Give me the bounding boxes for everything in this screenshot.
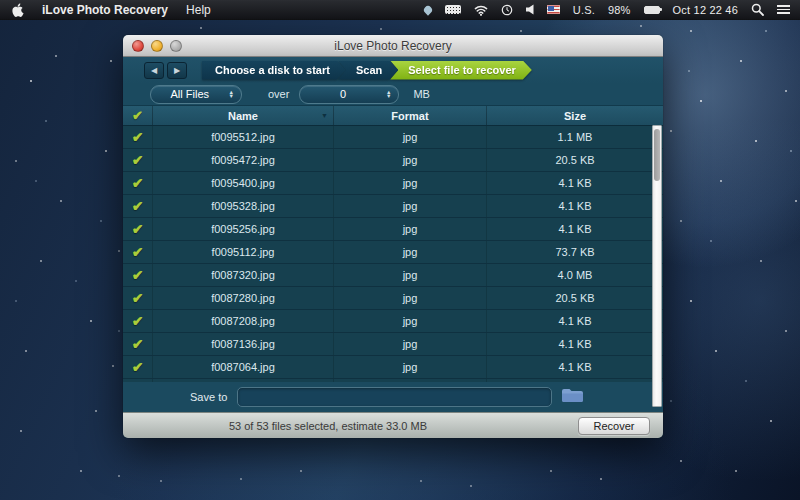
- save-to-label: Save to: [190, 391, 227, 403]
- file-name: f0095400.jpg: [153, 172, 334, 194]
- folder-icon: [561, 387, 584, 407]
- notification-center-icon[interactable]: [777, 5, 790, 14]
- file-name: f0095328.jpg: [153, 195, 334, 217]
- check-icon: ✔: [132, 198, 144, 214]
- check-icon: ✔: [132, 313, 144, 329]
- table-row[interactable]: ✔ f0095472.jpg jpg 20.5 KB: [123, 149, 663, 172]
- row-checkbox[interactable]: ✔: [123, 126, 153, 148]
- table-header: ✔ Name ▼ Format Size: [123, 105, 663, 126]
- row-checkbox[interactable]: ✔: [123, 379, 153, 382]
- row-checkbox[interactable]: ✔: [123, 264, 153, 286]
- table-row[interactable]: ✔ f0095112.jpg jpg 73.7 KB: [123, 241, 663, 264]
- file-size: [487, 379, 663, 382]
- row-checkbox[interactable]: ✔: [123, 195, 153, 217]
- file-type-popup[interactable]: All Files ▲▼: [150, 85, 242, 104]
- file-format: [334, 379, 487, 382]
- input-source-label[interactable]: U.S.: [573, 4, 595, 16]
- file-name: f0095472.jpg: [153, 149, 334, 171]
- file-format: jpg: [334, 287, 487, 309]
- file-name: f0095512.jpg: [153, 126, 334, 148]
- status-bar: 53 of 53 files selected, estimate 33.0 M…: [123, 412, 663, 438]
- popup-arrows-icon: ▲▼: [229, 90, 241, 99]
- file-size: 1.1 MB: [487, 126, 663, 148]
- select-all-checkbox[interactable]: ✔: [123, 106, 153, 125]
- selection-summary: 53 of 53 files selected, estimate 33.0 M…: [123, 420, 533, 432]
- recover-button[interactable]: Recover: [578, 417, 650, 435]
- table-row[interactable]: ✔ f0087136.jpg jpg 4.1 KB: [123, 333, 663, 356]
- row-checkbox[interactable]: ✔: [123, 172, 153, 194]
- spotlight-icon[interactable]: [751, 3, 764, 16]
- step-select-file[interactable]: Select file to recover: [390, 61, 532, 80]
- stepper-arrows-icon: ▲▼: [386, 90, 398, 99]
- row-checkbox[interactable]: ✔: [123, 149, 153, 171]
- step-choose-disk[interactable]: Choose a disk to start: [202, 61, 346, 80]
- battery-icon[interactable]: [644, 6, 660, 14]
- file-type-value: All Files: [151, 88, 229, 100]
- row-checkbox[interactable]: ✔: [123, 333, 153, 355]
- column-header-format[interactable]: Format: [334, 106, 487, 125]
- row-checkbox[interactable]: ✔: [123, 310, 153, 332]
- save-path-input[interactable]: [237, 387, 552, 407]
- file-size: 4.1 KB: [487, 172, 663, 194]
- back-button[interactable]: ◀: [144, 62, 164, 79]
- file-name: f0087064.jpg: [153, 356, 334, 378]
- file-size: 4.0 MB: [487, 264, 663, 286]
- file-name: f0087208.jpg: [153, 310, 334, 332]
- table-row[interactable]: ✔ f0095400.jpg jpg 4.1 KB: [123, 172, 663, 195]
- table-row-partial[interactable]: ✔: [123, 379, 663, 382]
- menu-app-name[interactable]: iLove Photo Recovery: [42, 3, 168, 17]
- column-header-size[interactable]: Size: [487, 106, 663, 125]
- scrollbar-thumb[interactable]: [654, 129, 660, 181]
- table-row[interactable]: ✔ f0095328.jpg jpg 4.1 KB: [123, 195, 663, 218]
- file-name: f0095112.jpg: [153, 241, 334, 263]
- file-format: jpg: [334, 264, 487, 286]
- file-size: 4.1 KB: [487, 310, 663, 332]
- row-checkbox[interactable]: ✔: [123, 218, 153, 240]
- app-window: iLove Photo Recovery ◀ ▶ Choose a disk t…: [123, 35, 663, 438]
- table-row[interactable]: ✔ f0087064.jpg jpg 4.1 KB: [123, 356, 663, 379]
- window-titlebar[interactable]: iLove Photo Recovery: [123, 35, 663, 57]
- forward-button[interactable]: ▶: [167, 62, 187, 79]
- battery-percent[interactable]: 98%: [608, 4, 631, 16]
- keyboard-status-icon[interactable]: [445, 5, 461, 14]
- column-header-name[interactable]: Name ▼: [153, 106, 334, 125]
- wifi-icon[interactable]: [474, 4, 488, 16]
- file-size: 73.7 KB: [487, 241, 663, 263]
- menu-bar: iLove Photo Recovery Help U.S. 98% Oct 1…: [0, 0, 800, 20]
- table-row[interactable]: ✔ f0087208.jpg jpg 4.1 KB: [123, 310, 663, 333]
- size-stepper-value: 0: [300, 88, 386, 100]
- time-machine-icon[interactable]: [501, 4, 513, 16]
- menu-clock[interactable]: Oct 12 22 46: [673, 4, 738, 16]
- drop-status-icon[interactable]: [424, 6, 432, 14]
- filter-row: All Files ▲▼ over 0 ▲▼ MB: [123, 83, 663, 105]
- size-stepper[interactable]: 0 ▲▼: [299, 85, 399, 104]
- table-body: ✔ f0095512.jpg jpg 1.1 MB ✔ f0095472.jpg…: [123, 126, 663, 382]
- input-source-flag-icon[interactable]: [547, 5, 560, 14]
- table-row[interactable]: ✔ f0087320.jpg jpg 4.0 MB: [123, 264, 663, 287]
- row-checkbox[interactable]: ✔: [123, 287, 153, 309]
- over-label: over: [268, 88, 289, 100]
- apple-menu-icon[interactable]: [12, 3, 24, 17]
- menu-item-help[interactable]: Help: [186, 3, 211, 17]
- table-row[interactable]: ✔ f0095256.jpg jpg 4.1 KB: [123, 218, 663, 241]
- table-row[interactable]: ✔ f0095512.jpg jpg 1.1 MB: [123, 126, 663, 149]
- step-scan[interactable]: Scan: [338, 61, 398, 80]
- volume-icon[interactable]: [526, 4, 534, 15]
- row-checkbox[interactable]: ✔: [123, 356, 153, 378]
- file-size: 4.1 KB: [487, 218, 663, 240]
- row-checkbox[interactable]: ✔: [123, 241, 153, 263]
- file-size: 4.1 KB: [487, 356, 663, 378]
- table-scrollbar[interactable]: [652, 125, 662, 407]
- file-format: jpg: [334, 218, 487, 240]
- check-icon: ✔: [132, 221, 144, 237]
- file-size: 4.1 KB: [487, 333, 663, 355]
- check-icon: ✔: [132, 175, 144, 191]
- check-icon: ✔: [132, 267, 144, 283]
- table-row[interactable]: ✔ f0087280.jpg jpg 20.5 KB: [123, 287, 663, 310]
- file-size: 4.1 KB: [487, 195, 663, 217]
- choose-folder-button[interactable]: [561, 387, 584, 407]
- save-to-row: Save to: [123, 382, 663, 412]
- file-format: jpg: [334, 356, 487, 378]
- check-icon: ✔: [132, 336, 144, 352]
- check-icon: ✔: [132, 108, 143, 123]
